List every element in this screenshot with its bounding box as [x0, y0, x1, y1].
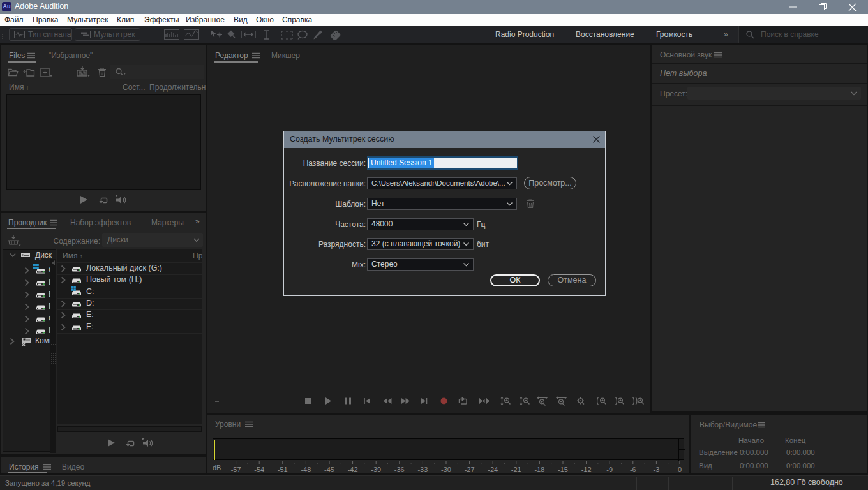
svg-text:dB: dB [213, 464, 221, 471]
svg-text:-9: -9 [606, 466, 613, 473]
svg-text:-12: -12 [581, 466, 592, 473]
svg-text:-51: -51 [278, 466, 288, 473]
svg-text:-3: -3 [654, 466, 660, 473]
svg-text:0: 0 [678, 466, 682, 473]
svg-text:-57: -57 [231, 466, 241, 473]
svg-text:-33: -33 [417, 466, 428, 473]
svg-text:-36: -36 [394, 466, 405, 473]
svg-text:-15: -15 [558, 466, 568, 473]
svg-text:-6: -6 [630, 466, 636, 473]
svg-text:-21: -21 [511, 466, 521, 473]
svg-text:-42: -42 [348, 466, 358, 473]
svg-text:-45: -45 [324, 466, 334, 473]
svg-text:-18: -18 [534, 466, 544, 473]
svg-text:-39: -39 [371, 466, 381, 473]
svg-text:-27: -27 [465, 466, 475, 473]
svg-text:-54: -54 [254, 466, 264, 473]
svg-text:-48: -48 [301, 466, 311, 473]
svg-text:-24: -24 [488, 466, 498, 473]
svg-text:-30: -30 [441, 466, 451, 473]
